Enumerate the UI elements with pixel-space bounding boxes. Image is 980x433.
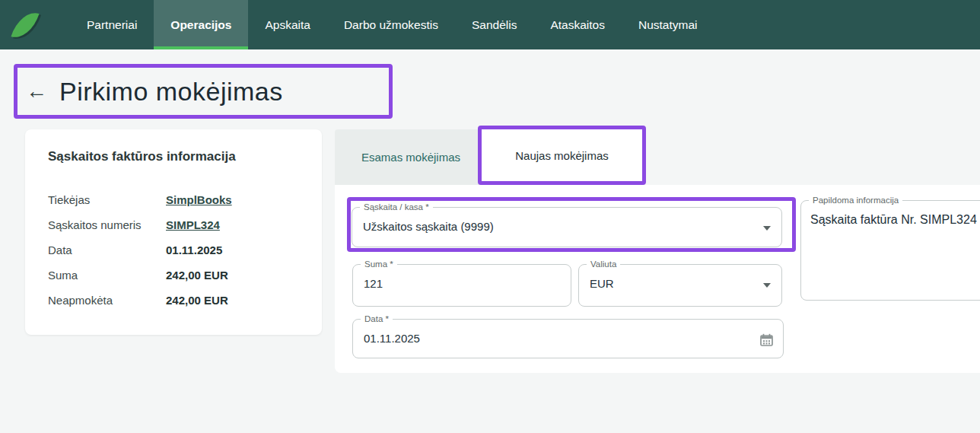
info-label: Data — [48, 244, 166, 256]
page-header: ← Pirkimo mokėjimas — [14, 64, 393, 119]
supplier-link[interactable]: SimplBooks — [166, 193, 232, 206]
currency-field-label: Valiuta — [587, 259, 620, 269]
info-row-date: Data 01.11.2025 — [48, 242, 299, 257]
info-label: Tiekėjas — [48, 193, 166, 206]
extra-info-field-label: Papildoma informacija — [809, 195, 902, 205]
calendar-icon[interactable] — [760, 333, 773, 349]
info-row-supplier: Tiekėjas SimplBooks — [48, 192, 299, 207]
info-value: 242,00 EUR — [166, 269, 228, 282]
invoice-number-link[interactable]: SIMPL324 — [166, 218, 220, 231]
chevron-down-icon — [763, 226, 771, 231]
leaf-logo-icon — [11, 7, 39, 42]
invoice-info-title: Sąskaitos faktūros informacija — [48, 149, 299, 164]
extra-info-value[interactable]: Sąskaita faktūra Nr. SIMPL324 — [810, 213, 977, 227]
back-arrow-icon[interactable]: ← — [26, 81, 47, 102]
extra-info-field[interactable]: Papildoma informacija Sąskaita faktūra N… — [800, 200, 980, 301]
account-select-value[interactable] — [363, 220, 751, 233]
info-value: 01.11.2025 — [166, 244, 222, 256]
info-row-sum: Suma 242,00 EUR — [48, 267, 299, 282]
info-label: Suma — [48, 269, 166, 282]
account-select-field[interactable]: Sąskaita / kasa * — [352, 207, 782, 247]
date-input[interactable] — [364, 332, 752, 345]
page-title: Pirkimo mokėjimas — [59, 77, 283, 107]
info-row-invoice-number: Sąskaitos numeris SIMPL324 — [48, 217, 299, 232]
nav-item-darbo-uzmokestis[interactable]: Darbo užmokestis — [327, 0, 455, 49]
info-value: 242,00 EUR — [166, 294, 228, 307]
info-label: Sąskaitos numeris — [48, 218, 166, 231]
nav-item-partneriai[interactable]: Partneriai — [70, 0, 154, 49]
amount-field-label: Suma * — [361, 259, 397, 269]
tab-naujas-mokejimas[interactable]: Naujas mokėjimas — [482, 129, 642, 181]
nav-item-sandelis[interactable]: Sandėlis — [455, 0, 533, 49]
tab-esamas-mokejimas[interactable]: Esamas mokėjimas — [335, 129, 487, 185]
app-logo[interactable] — [0, 0, 50, 49]
invoice-info-card: Sąskaitos faktūros informacija Tiekėjas … — [25, 129, 322, 335]
date-field-label: Data * — [361, 314, 393, 324]
nav-item-ataskaitos[interactable]: Ataskaitos — [533, 0, 622, 49]
account-field-label: Sąskaita / kasa * — [360, 202, 433, 212]
nav-item-operacijos[interactable]: Operacijos — [154, 0, 248, 49]
chevron-down-icon — [763, 283, 771, 288]
top-navbar: Partneriai Operacijos Apskaita Darbo užm… — [0, 0, 980, 49]
date-field[interactable]: Data * — [352, 319, 784, 358]
currency-select-value[interactable] — [590, 277, 751, 290]
currency-select-field[interactable]: Valiuta — [578, 264, 782, 307]
nav-item-nustatymai[interactable]: Nustatymai — [622, 0, 714, 49]
info-row-unpaid: Neapmokėta 242,00 EUR — [48, 292, 299, 307]
amount-field[interactable]: Suma * — [352, 264, 571, 307]
nav-item-apskaita[interactable]: Apskaita — [248, 0, 326, 49]
amount-input[interactable] — [364, 277, 540, 290]
nav-menu: Partneriai Operacijos Apskaita Darbo užm… — [70, 0, 714, 49]
info-label: Neapmokėta — [48, 294, 166, 307]
